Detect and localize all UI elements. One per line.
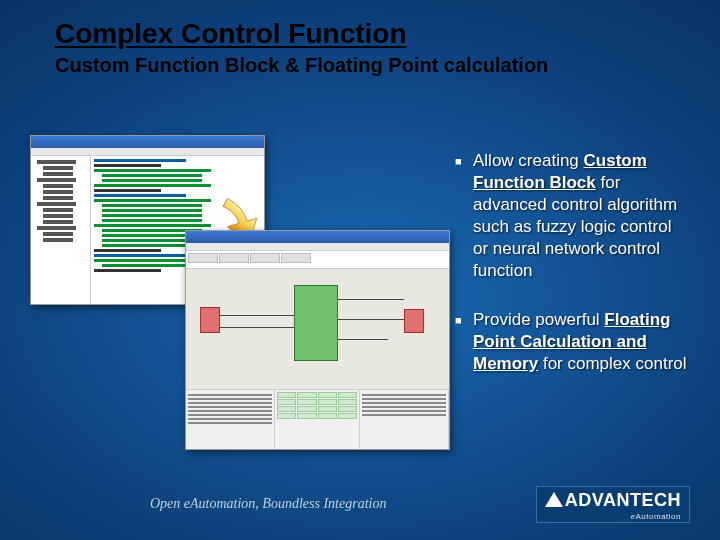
slide-title: Complex Control Function	[55, 18, 690, 50]
bullet-text: Provide powerful Floating Point Calculat…	[473, 309, 690, 375]
block-input	[200, 307, 220, 333]
titlebar	[186, 231, 449, 243]
tagline: Open eAutomation, Boundless Integration	[150, 496, 386, 512]
bullet-list: ■ Allow creating Custom Function Block f…	[455, 150, 690, 401]
brand-name: ADVANTECH	[565, 490, 681, 511]
project-tree	[31, 156, 91, 304]
tab-strip	[186, 251, 449, 269]
title-area: Complex Control Function Custom Function…	[55, 18, 690, 77]
bullet-marker: ■	[455, 309, 473, 375]
block-output	[404, 309, 424, 333]
block-function	[294, 285, 338, 361]
slide: Complex Control Function Custom Function…	[0, 0, 720, 540]
bottom-panels	[186, 389, 449, 449]
brand-subline: eAutomation	[545, 512, 681, 521]
logo-triangle-icon	[545, 492, 563, 507]
bullet-marker: ■	[455, 150, 473, 283]
diagram-canvas	[186, 269, 449, 389]
menubar	[186, 243, 449, 251]
screenshot-group	[30, 135, 430, 465]
bullet-text: Allow creating Custom Function Block for…	[473, 150, 690, 283]
block-diagram-window	[185, 230, 450, 450]
menubar	[31, 148, 264, 156]
bullet-item: ■ Allow creating Custom Function Block f…	[455, 150, 690, 283]
brand-logo: ADVANTECH eAutomation	[536, 486, 690, 523]
slide-subtitle: Custom Function Block & Floating Point c…	[55, 54, 690, 77]
bullet-item: ■ Provide powerful Floating Point Calcul…	[455, 309, 690, 375]
footer: Open eAutomation, Boundless Integration …	[0, 486, 720, 522]
titlebar	[31, 136, 264, 148]
